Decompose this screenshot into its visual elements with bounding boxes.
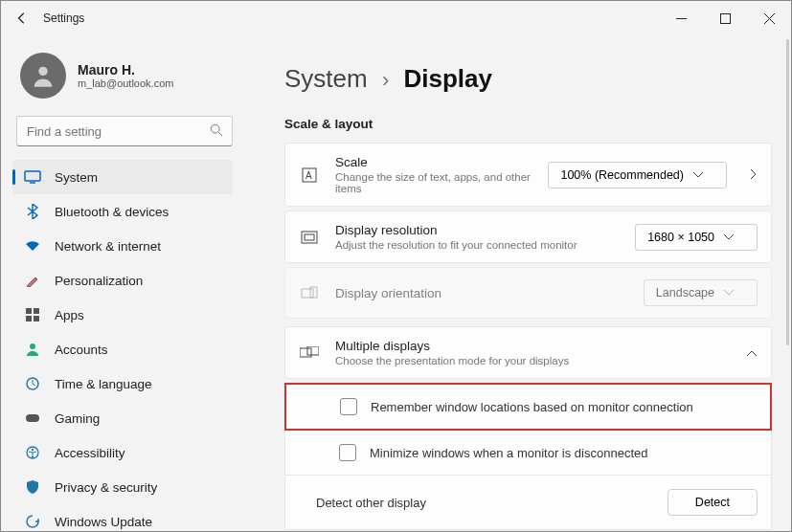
svg-rect-3 xyxy=(25,171,40,181)
option-label: Remember window locations based on monit… xyxy=(371,400,693,414)
nav-label: Privacy & security xyxy=(55,480,157,495)
sidebar-item-network[interactable]: Network & internet xyxy=(12,229,233,263)
shield-icon xyxy=(24,478,41,496)
svg-rect-4 xyxy=(26,308,32,314)
detect-button[interactable]: Detect xyxy=(668,489,758,516)
svg-rect-7 xyxy=(34,316,39,321)
bluetooth-icon xyxy=(24,203,41,220)
setting-resolution[interactable]: Display resolutionAdjust the resolution … xyxy=(284,211,772,263)
setting-title: Display resolution xyxy=(335,223,620,237)
svg-rect-0 xyxy=(720,13,730,23)
close-button[interactable] xyxy=(747,3,791,33)
option-label: Minimize windows when a monitor is disco… xyxy=(370,446,647,460)
nav-label: Apps xyxy=(55,308,84,322)
minimize-button[interactable] xyxy=(659,3,703,33)
svg-rect-16 xyxy=(305,234,314,240)
setting-title: Scale xyxy=(335,155,532,169)
option-minimize-disconnect[interactable]: Minimize windows when a monitor is disco… xyxy=(284,431,772,476)
sidebar-item-apps[interactable]: Apps xyxy=(12,298,233,332)
setting-multiple-displays[interactable]: Multiple displaysChoose the presentation… xyxy=(284,326,772,379)
nav-label: System xyxy=(55,170,98,185)
sidebar-item-accounts[interactable]: Accounts xyxy=(12,332,233,366)
svg-rect-15 xyxy=(302,232,317,243)
nav-label: Network & internet xyxy=(55,239,161,254)
scrollbar[interactable] xyxy=(786,39,789,345)
avatar xyxy=(20,53,66,99)
chevron-right-icon[interactable] xyxy=(750,166,758,184)
setting-desc: Adjust the resolution to fit your connec… xyxy=(335,239,620,251)
search-box[interactable] xyxy=(16,116,233,146)
back-button[interactable] xyxy=(9,5,35,32)
checkbox[interactable] xyxy=(339,444,356,461)
sidebar-item-update[interactable]: Windows Update xyxy=(12,504,233,532)
window-title: Settings xyxy=(43,11,659,25)
nav-label: Windows Update xyxy=(55,515,152,529)
update-icon xyxy=(24,513,41,530)
orientation-icon xyxy=(299,286,320,299)
sidebar-item-system[interactable]: System xyxy=(12,160,233,194)
nav-label: Time & language xyxy=(55,377,152,391)
user-name: Mauro H. xyxy=(78,62,173,78)
svg-rect-10 xyxy=(26,414,39,422)
nav-label: Accessibility xyxy=(55,446,125,460)
scale-icon: A xyxy=(299,166,320,184)
user-email: m_lab@outlook.com xyxy=(78,78,173,89)
breadcrumb-current: Display xyxy=(403,64,492,93)
maximize-button[interactable] xyxy=(703,3,747,33)
nav-label: Personalization xyxy=(55,274,143,288)
search-input[interactable] xyxy=(16,116,233,146)
person-icon xyxy=(24,341,41,358)
nav-label: Gaming xyxy=(55,411,100,426)
svg-text:A: A xyxy=(305,170,312,181)
setting-orientation: Display orientation Landscape xyxy=(284,267,772,319)
chevron-up-icon[interactable] xyxy=(746,344,758,362)
multi-display-icon xyxy=(299,346,320,360)
sidebar-item-privacy[interactable]: Privacy & security xyxy=(12,470,233,504)
svg-point-8 xyxy=(30,344,35,349)
clock-icon xyxy=(24,375,41,392)
sidebar-item-personalization[interactable]: Personalization xyxy=(12,263,233,298)
resolution-icon xyxy=(299,231,320,244)
option-label: Detect other display xyxy=(316,496,426,510)
accessibility-icon xyxy=(24,444,41,461)
search-icon xyxy=(210,123,223,141)
orientation-select: Landscape xyxy=(644,279,758,306)
resolution-select[interactable]: 1680 × 1050 xyxy=(635,224,758,251)
svg-point-2 xyxy=(211,124,219,133)
option-remember-locations[interactable]: Remember window locations based on monit… xyxy=(284,383,772,431)
chevron-down-icon xyxy=(724,290,734,296)
brush-icon xyxy=(24,272,41,289)
svg-rect-17 xyxy=(302,289,313,298)
chevron-down-icon xyxy=(724,234,734,240)
gaming-icon xyxy=(24,410,41,427)
breadcrumb-root[interactable]: System xyxy=(284,64,368,93)
setting-title: Multiple displays xyxy=(335,339,723,353)
svg-rect-19 xyxy=(300,348,311,357)
user-profile[interactable]: Mauro H. m_lab@outlook.com xyxy=(12,43,242,116)
option-detect-display: Detect other display Detect xyxy=(284,476,772,530)
wifi-icon xyxy=(24,237,41,255)
svg-point-1 xyxy=(38,67,47,76)
chevron-down-icon xyxy=(693,172,703,178)
sidebar-item-gaming[interactable]: Gaming xyxy=(12,401,233,435)
display-icon xyxy=(24,168,41,186)
sidebar-item-accessibility[interactable]: Accessibility xyxy=(12,435,233,470)
scale-select[interactable]: 100% (Recommended) xyxy=(548,162,727,188)
setting-desc: Change the size of text, apps, and other… xyxy=(335,171,532,194)
nav-label: Bluetooth & devices xyxy=(55,205,169,219)
svg-rect-6 xyxy=(26,316,32,321)
setting-title: Display orientation xyxy=(335,286,628,300)
apps-icon xyxy=(24,306,41,323)
svg-rect-20 xyxy=(307,346,319,355)
section-header: Scale & layout xyxy=(284,117,772,131)
sidebar-item-bluetooth[interactable]: Bluetooth & devices xyxy=(12,194,233,229)
setting-scale[interactable]: A ScaleChange the size of text, apps, an… xyxy=(284,143,772,207)
sidebar-item-time[interactable]: Time & language xyxy=(12,366,233,401)
checkbox[interactable] xyxy=(340,398,357,415)
setting-desc: Choose the presentation mode for your di… xyxy=(335,355,723,366)
chevron-right-icon: › xyxy=(382,68,389,92)
breadcrumb: System › Display xyxy=(284,64,772,94)
svg-point-12 xyxy=(32,449,34,451)
svg-rect-5 xyxy=(34,308,39,314)
sidebar-nav: System Bluetooth & devices Network & int… xyxy=(12,160,242,532)
